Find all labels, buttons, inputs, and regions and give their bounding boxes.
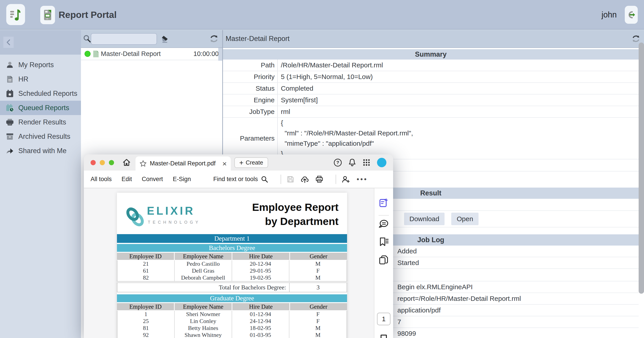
detail-header: Master-Detail Report	[223, 30, 644, 48]
pdf-document-tab[interactable]: Master-Detail Report.pdf ×	[136, 156, 231, 171]
refresh-icon[interactable]	[209, 34, 219, 43]
comments-icon[interactable]	[378, 219, 389, 228]
archive-box-icon	[5, 133, 14, 140]
app-logo-button[interactable]	[6, 4, 25, 25]
sidebar-item-label: Queued Reports	[18, 104, 69, 112]
cell: 24-12-94	[232, 318, 289, 324]
summary-value: 5 (1=High, 5=Normal, 10=Low)	[278, 73, 373, 81]
plus-icon: +	[239, 159, 244, 166]
create-button[interactable]: + Create	[234, 157, 268, 168]
sidebar-item-render-results[interactable]: Render Results	[0, 115, 81, 129]
summary-row-path: Path /Role/HR/Master-Detail Report.rml	[223, 60, 639, 71]
report-list-item[interactable]: Master-Detail Report 10:00:00	[81, 48, 222, 60]
pdf-content-area: ELIXIR TECHNOLOGY Employee Report by Dep…	[84, 188, 393, 338]
elixir-logo-mark	[125, 206, 146, 228]
page-number-input[interactable]: 1	[377, 313, 390, 325]
person-icon	[5, 61, 14, 69]
window-zoom-button[interactable]	[109, 160, 114, 165]
print-icon[interactable]	[316, 176, 323, 183]
sidebar-item-label: Render Results	[18, 118, 66, 126]
column-headers: Employee ID Employee Name Hire Date Gend…	[117, 303, 347, 310]
cell: Shawn Whitney	[175, 331, 232, 338]
cell: Betty Haines	[175, 324, 232, 331]
window-close-button[interactable]	[90, 160, 96, 165]
detail-scrollbar-thumb[interactable]	[639, 43, 644, 294]
report-time: 10:00:00	[194, 50, 219, 58]
summary-title: Summary	[415, 50, 446, 59]
find-search-icon[interactable]	[261, 176, 268, 183]
report-title-line2: by Department	[252, 214, 338, 228]
notifications-bell-icon[interactable]	[348, 158, 356, 167]
sidebar-item-shared-with-me[interactable]: Shared with Me	[0, 144, 81, 158]
esign-menu[interactable]: E-Sign	[173, 176, 191, 183]
edit-menu[interactable]: Edit	[122, 176, 132, 183]
col-header: Gender	[290, 253, 347, 260]
document-icon	[5, 75, 14, 83]
pdf-side-rail: 1	[374, 188, 393, 338]
cell: M	[289, 331, 346, 338]
search-icon	[83, 35, 91, 43]
cell: 81	[118, 324, 175, 331]
sidebar-top-strip	[0, 30, 81, 55]
cell: 61	[118, 267, 175, 274]
find-text-label[interactable]: Find text or tools	[213, 176, 258, 183]
cell: Lin Conley	[175, 318, 232, 324]
cloud-upload-icon[interactable]	[301, 176, 309, 183]
sidebar-item-my-reports[interactable]: My Reports	[0, 58, 81, 72]
sidebar-item-label: Scheduled Reports	[18, 90, 77, 98]
tab-close-icon[interactable]: ×	[222, 160, 227, 167]
col-header: Employee ID	[117, 253, 174, 260]
total-label: Total for Bachelors Degree:	[118, 283, 289, 292]
save-icon	[287, 176, 294, 183]
cell: 19-02-95	[232, 274, 289, 281]
music-note-logo-icon	[10, 8, 22, 22]
logout-button[interactable]	[625, 6, 638, 24]
report-portal-app-icon[interactable]	[40, 6, 55, 24]
cell: 92	[118, 331, 175, 338]
summary-value: /Role/HR/Master-Detail Report.rml	[278, 61, 383, 69]
ai-assistant-icon[interactable]	[378, 198, 389, 208]
search-input[interactable]	[91, 33, 157, 45]
download-button[interactable]: Download	[404, 213, 444, 225]
sidebar-item-queued-reports[interactable]: Queued Reports	[0, 101, 81, 115]
sidebar-item-scheduled-reports[interactable]: Scheduled Reports	[0, 86, 81, 101]
report-doc-icon	[93, 50, 99, 58]
report-name: Master-Detail Report	[101, 50, 161, 58]
report-title: Employee Report by Department	[252, 200, 338, 228]
cell: M	[289, 260, 346, 267]
sidebar-collapse-button[interactable]	[3, 37, 14, 48]
cell: F	[289, 318, 346, 324]
table-rows: 1 Sheri Nowmer 01-12-94 F 25 Lin Conley …	[117, 311, 347, 338]
all-tools-menu[interactable]: All tools	[90, 176, 112, 183]
result-title: Result	[420, 189, 442, 197]
cell: Sheri Nowmer	[175, 311, 232, 318]
col-header: Hire Date	[232, 253, 289, 260]
app-header: Report Portal john	[0, 0, 644, 30]
toolbar-divider	[336, 175, 336, 184]
col-header: Employee Name	[175, 253, 232, 260]
create-label: Create	[246, 159, 263, 166]
help-icon[interactable]: ?	[334, 159, 342, 167]
col-header: Hire Date	[232, 303, 289, 310]
home-icon[interactable]	[122, 158, 131, 167]
sidebar-item-label: Shared with Me	[18, 147, 66, 155]
apps-grid-icon[interactable]	[363, 159, 370, 166]
sidebar-item-archived-results[interactable]: Archived Results	[0, 129, 81, 144]
rail-partial-icon[interactable]	[380, 335, 387, 338]
clear-search-eraser-icon[interactable]	[160, 34, 170, 44]
sidebar-item-hr[interactable]: HR	[0, 72, 81, 86]
bookmarks-icon[interactable]	[378, 237, 389, 247]
convert-menu[interactable]: Convert	[142, 176, 163, 183]
user-avatar[interactable]	[377, 158, 386, 167]
summary-section-header: Summary	[223, 49, 639, 60]
cell: 18-02-95	[232, 324, 289, 331]
pages-icon[interactable]	[378, 255, 389, 265]
open-button[interactable]: Open	[451, 213, 478, 225]
detail-refresh-icon[interactable]	[632, 35, 640, 43]
more-options-icon[interactable]: •••	[357, 175, 368, 183]
window-minimize-button[interactable]	[100, 160, 105, 165]
star-icon[interactable]	[140, 160, 147, 167]
list-scrollbar-stub[interactable]	[218, 48, 222, 61]
request-signature-icon[interactable]	[342, 176, 350, 183]
summary-label: JobType	[223, 106, 278, 117]
